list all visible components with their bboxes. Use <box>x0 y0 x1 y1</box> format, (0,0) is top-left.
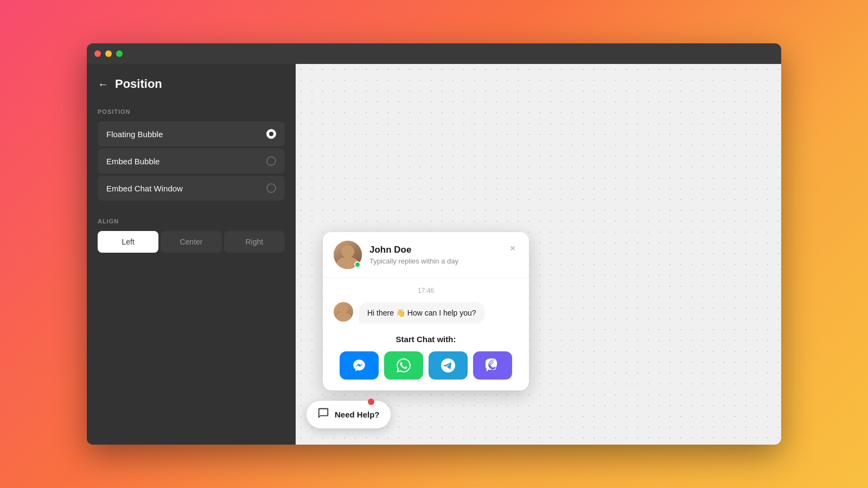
radio-embed-chat-window[interactable] <box>266 183 276 193</box>
radio-floating-bubble[interactable] <box>266 129 276 139</box>
floating-bubble[interactable]: Need Help? <box>307 401 391 428</box>
chat-user-name: John Doe <box>369 245 458 255</box>
back-button[interactable]: ← <box>98 78 108 91</box>
messenger-icon <box>352 358 366 373</box>
titlebar <box>87 43 781 64</box>
align-left-button[interactable]: Left <box>98 231 158 253</box>
message-avatar <box>334 302 353 322</box>
radio-embed-bubble[interactable] <box>266 156 276 166</box>
position-option-label: Floating Bubble <box>106 130 163 139</box>
page-title: Position <box>115 77 162 91</box>
viber-button[interactable] <box>473 351 512 380</box>
align-buttons: Left Center Right <box>98 231 285 253</box>
back-header: ← Position <box>98 77 285 91</box>
chat-user-status: Typically replies within a day <box>369 257 458 265</box>
position-options: Floating Bubble Embed Bubble Embed Chat … <box>98 121 285 201</box>
chat-message-row: Hi there 👋 How can I help you? <box>334 302 518 324</box>
sidebar: ← Position POSITION Floating Bubble Embe… <box>87 64 296 445</box>
maximize-traffic-light[interactable] <box>116 50 123 57</box>
telegram-icon <box>441 358 455 373</box>
chat-user-info: John Doe Typically replies within a day <box>369 245 458 265</box>
message-bubble: Hi there 👋 How can I help you? <box>359 302 485 324</box>
position-option-label: Embed Chat Window <box>106 184 183 193</box>
avatar-wrapper <box>334 241 362 269</box>
align-section: ALIGN Left Center Right <box>98 218 285 253</box>
chat-timestamp: 17:46 <box>334 287 518 294</box>
app-window: ← Position POSITION Floating Bubble Embe… <box>87 43 781 445</box>
align-right-button[interactable]: Right <box>224 231 285 253</box>
position-option-embed-chat-window[interactable]: Embed Chat Window <box>98 176 285 201</box>
close-chat-button[interactable]: × <box>505 241 520 256</box>
bubble-text: Need Help? <box>335 410 380 419</box>
align-section-label: ALIGN <box>98 218 285 224</box>
start-chat-section: Start Chat with: <box>334 335 518 380</box>
position-section-label: POSITION <box>98 108 285 115</box>
minimize-traffic-light[interactable] <box>105 50 112 57</box>
chat-body: 17:46 Hi there 👋 How can I help you? Sta… <box>323 278 529 390</box>
bubble-icon-svg <box>317 407 329 419</box>
start-chat-label: Start Chat with: <box>334 335 518 344</box>
viber-icon <box>486 358 500 373</box>
chat-popup: John Doe Typically replies within a day … <box>323 232 529 390</box>
preview-area: John Doe Typically replies within a day … <box>296 64 781 445</box>
bubble-chat-icon <box>317 407 329 422</box>
whatsapp-icon <box>397 358 411 373</box>
position-option-label: Embed Bubble <box>106 157 159 166</box>
online-indicator <box>354 261 361 268</box>
window-body: ← Position POSITION Floating Bubble Embe… <box>87 64 781 445</box>
close-traffic-light[interactable] <box>94 50 101 57</box>
align-center-button[interactable]: Center <box>161 231 221 253</box>
chat-app-buttons <box>334 351 518 380</box>
telegram-button[interactable] <box>429 351 468 380</box>
whatsapp-button[interactable] <box>384 351 423 380</box>
chat-header: John Doe Typically replies within a day … <box>323 232 529 278</box>
bubble-notification-dot <box>368 399 374 405</box>
messenger-button[interactable] <box>340 351 379 380</box>
position-option-embed-bubble[interactable]: Embed Bubble <box>98 149 285 174</box>
position-option-floating-bubble[interactable]: Floating Bubble <box>98 121 285 146</box>
